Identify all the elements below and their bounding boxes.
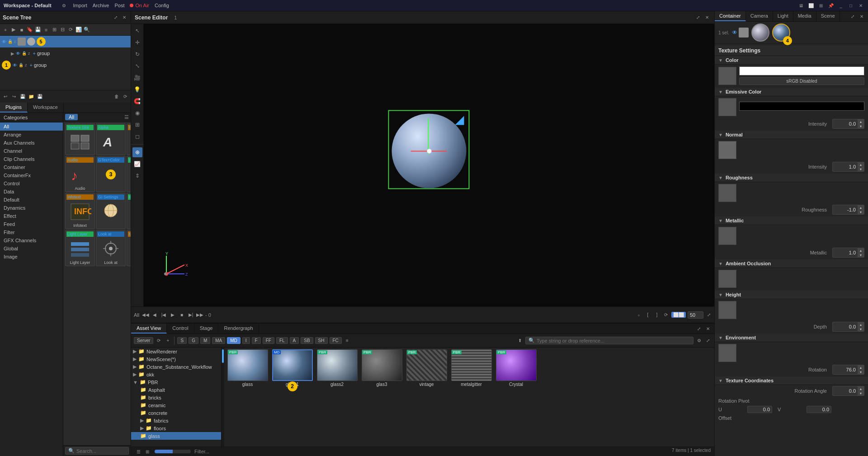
collapse-icon[interactable]: ⊟ — [59, 26, 66, 33]
filter-md[interactable]: MD — [227, 337, 241, 344]
height-section-header[interactable]: ▼ Height — [715, 291, 868, 299]
cat-item-gfx[interactable]: GFX Channels — [0, 236, 63, 244]
cat-item-dynamics[interactable]: Dynamics — [0, 204, 63, 212]
spin-down[interactable]: ▼ — [858, 253, 864, 257]
plugin-cell-clipper[interactable]: Clipper Clipper — [127, 156, 131, 192]
vp-light-tool[interactable]: 💡 — [132, 85, 142, 94]
list-icon[interactable]: ≡ — [42, 26, 50, 33]
thumb-view-icon[interactable]: ⊞ — [144, 448, 151, 455]
spin-up[interactable]: ▲ — [858, 119, 864, 124]
rotation-angle-input[interactable] — [833, 388, 858, 394]
search-tree-icon[interactable]: 🔍 — [83, 26, 90, 33]
metallic-section-header[interactable]: ▼ Metallic — [715, 216, 868, 225]
thumb-item-1[interactable] — [751, 24, 769, 42]
vp-camera-tool[interactable]: 🎥 — [132, 73, 142, 83]
tree-item-concrete[interactable]: 📁 concrete — [131, 409, 221, 417]
expand-right-icon[interactable]: ⤢ — [849, 13, 856, 20]
spin-up[interactable]: ▲ — [858, 248, 864, 253]
vp-rotate-tool[interactable]: ↻ — [132, 49, 142, 59]
depth-input[interactable] — [833, 324, 858, 330]
bookmark-icon[interactable]: 🔖 — [26, 26, 33, 33]
tl-stop[interactable]: ■ — [178, 311, 185, 319]
filter-s[interactable]: S — [177, 337, 187, 344]
close-icon[interactable]: ✕ — [857, 2, 864, 9]
archive-btn[interactable]: Archive — [93, 3, 109, 8]
tree-item-okk[interactable]: ▶ 📁 okk — [131, 371, 221, 378]
tree-item-octane[interactable]: ▶ 📁 Octane_Substance_Workflow — [131, 363, 221, 371]
settings-icon[interactable]: ⚙ — [61, 2, 68, 9]
add-node-icon[interactable]: + — [2, 26, 9, 33]
normal-intensity-input[interactable] — [833, 164, 858, 170]
tl-speed-btn[interactable]: ⬜⬜ — [671, 312, 686, 318]
tab-asset-view[interactable]: Asset View — [131, 324, 167, 334]
thumb-item-2[interactable]: 4 — [772, 24, 790, 42]
roughness-input[interactable] — [833, 207, 858, 213]
asset-item-metalgitter[interactable]: PBR metalgitter — [450, 349, 493, 387]
cat-item-aux[interactable]: Aux Channels — [0, 139, 63, 147]
tree-item[interactable]: 👁 🔒 z 5 — [0, 36, 131, 47]
cat-item-effect[interactable]: Effect — [0, 212, 63, 220]
expand-scene-icon[interactable]: ⤢ — [694, 14, 702, 21]
env-section-header[interactable]: ▼ Environment — [715, 334, 868, 342]
vp-move2-tool[interactable]: ⇕ — [132, 171, 142, 181]
close-bottom-icon[interactable]: ✕ — [704, 325, 712, 332]
vp-transform-tool[interactable]: ⊕ — [132, 147, 142, 157]
roughness-section-header[interactable]: ▼ Roughness — [715, 174, 868, 182]
spin-down[interactable]: ▼ — [858, 167, 864, 171]
emissive-swatch[interactable] — [739, 102, 864, 111]
cat-item-container[interactable]: Container — [0, 163, 63, 171]
cat-item-all[interactable]: All — [0, 122, 63, 131]
tl-prev-frame[interactable]: ◀◀ — [142, 311, 149, 319]
spin-down[interactable]: ▼ — [858, 210, 864, 214]
save2-icon[interactable]: 💾 — [19, 93, 26, 100]
tl-all-btn[interactable]: All — [133, 311, 140, 319]
filter-sb[interactable]: SB — [301, 337, 313, 344]
cat-item-clip[interactable]: Clip Channels — [0, 155, 63, 163]
expand-bottom-icon[interactable]: ⤢ — [695, 325, 703, 332]
tl-start[interactable]: |◀ — [160, 311, 167, 319]
asset-upload-icon[interactable]: ⬆ — [516, 337, 524, 344]
filter-i[interactable]: I — [242, 337, 250, 344]
cat-item-global[interactable]: Global — [0, 244, 63, 253]
cat-item-default[interactable]: Default — [0, 196, 63, 204]
close-panel-icon[interactable]: ✕ — [121, 14, 128, 21]
plugin-cell-look-at[interactable]: Look at — [96, 230, 126, 266]
tl-loop[interactable]: ⟳ — [662, 311, 670, 319]
asset-item-crystal[interactable]: PBR Crystal — [495, 349, 538, 387]
tab-container[interactable]: Container — [715, 11, 746, 21]
tab-light[interactable]: Light — [773, 11, 793, 21]
plugin-menu-icon[interactable]: ☰ — [124, 114, 129, 120]
monitor-icon[interactable]: 🖥 — [797, 2, 805, 9]
redo-icon[interactable]: ↪ — [10, 93, 18, 100]
all-filter-btn[interactable]: All — [65, 114, 78, 120]
asset-item-glass[interactable]: PBR glass — [226, 349, 269, 387]
filter-menu-icon[interactable]: ≡ — [344, 337, 351, 344]
tab-stage[interactable]: Stage — [194, 324, 219, 334]
vp-wire-tool[interactable]: ◻ — [132, 132, 142, 141]
search-expand-icon[interactable]: ⤢ — [704, 337, 712, 344]
vp-select-tool[interactable]: ↖ — [132, 26, 142, 36]
tab-camera[interactable]: Camera — [746, 11, 773, 21]
emissive-intensity-input[interactable] — [833, 121, 858, 127]
undo-icon[interactable]: ↩ — [2, 93, 9, 100]
tab-rendergraph[interactable]: Rendergraph — [218, 324, 259, 334]
expand-icon[interactable]: ⊞ — [51, 26, 58, 33]
tree-item-asphalt[interactable]: 📁 Asphalt — [131, 386, 221, 394]
plugin-cell-masking[interactable]: Masking Masking — [127, 230, 131, 266]
rotation-input[interactable] — [833, 367, 858, 373]
scene-viewport[interactable]: ↖ ✛ ↻ ⤡ 🎥 💡 🧲 ◉ ⊞ ◻ ⊕ 📈 ⇕ — [131, 24, 714, 306]
tl-next[interactable]: ▶▶ — [196, 311, 203, 319]
tab-control[interactable]: Control — [167, 324, 194, 334]
tab-workspace[interactable]: Workspace — [28, 103, 64, 113]
tl-end[interactable]: ▶| — [187, 311, 194, 319]
filter-m[interactable]: M — [200, 337, 210, 344]
vp-move-tool[interactable]: ✛ — [132, 38, 142, 47]
cat-item-arrange[interactable]: Arrange — [0, 131, 63, 139]
color-swatch[interactable] — [739, 66, 864, 75]
v-input[interactable] — [807, 406, 831, 413]
tl-out[interactable]: ] — [653, 311, 660, 319]
plugin-cell-producer[interactable]: Producer — [127, 123, 131, 155]
plugin-cell-texture-slot[interactable]: Texture Slot — [65, 123, 95, 155]
asset-item-vintage[interactable]: PBR vintage — [405, 349, 448, 387]
on-air-btn[interactable]: On Air — [130, 3, 149, 8]
